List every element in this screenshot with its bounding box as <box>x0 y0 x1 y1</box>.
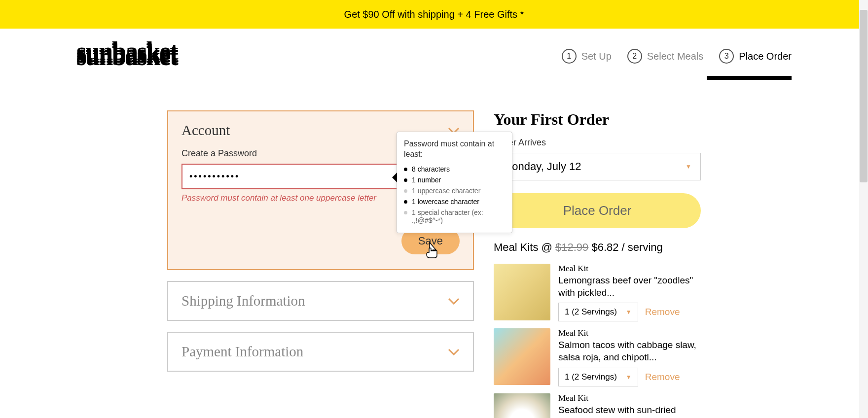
rule-uppercase: 1 uppercase character <box>404 185 474 196</box>
scrollbar-thumb[interactable] <box>860 10 868 182</box>
meal-name: Lemongrass beef over "zoodles" with pick… <box>558 275 701 299</box>
password-rules-tooltip: Password must contain at least: 8 charac… <box>397 132 474 233</box>
step-label: Select Meals <box>647 51 704 62</box>
step-number: 3 <box>719 49 734 64</box>
rule-number: 1 number <box>404 174 474 185</box>
meal-item: Meal Kit Salmon tacos with cabbage slaw,… <box>494 328 701 386</box>
caret-down-icon: ▼ <box>626 309 632 315</box>
step-label: Set Up <box>581 51 612 62</box>
tooltip-title: Password must contain at least: <box>404 139 474 160</box>
order-arrives-label: Order Arrives <box>494 138 701 148</box>
order-summary: Your First Order Order Arrives Monday, J… <box>494 110 701 418</box>
meal-image <box>494 264 550 320</box>
svg-text:sunbasket: sunbasket <box>76 40 179 68</box>
account-panel: Account Create a Password Password must … <box>167 110 474 270</box>
shipping-panel[interactable]: Shipping Information <box>167 281 474 321</box>
tooltip-rules-list: 8 characters 1 number 1 uppercase charac… <box>404 164 474 226</box>
step-number: 2 <box>627 49 642 64</box>
selected-date: Monday, July 12 <box>503 160 581 173</box>
meal-image <box>494 393 550 418</box>
checkout-panels: Account Create a Password Password must … <box>167 110 474 418</box>
promo-banner[interactable]: Get $90 Off with shipping + 4 Free Gifts… <box>0 0 868 29</box>
step-place-order[interactable]: 3 Place Order <box>719 49 792 64</box>
caret-down-icon: ▼ <box>686 163 691 170</box>
price-line: Meal Kits @ $12.99 $6.82 / serving <box>494 241 701 254</box>
step-label: Place Order <box>739 51 792 62</box>
panel-title: Shipping Information <box>181 293 305 309</box>
meal-tag: Meal Kit <box>558 264 701 274</box>
step-number: 1 <box>562 49 577 64</box>
step-setup[interactable]: 1 Set Up <box>562 49 612 64</box>
scrollbar-track[interactable] <box>859 0 868 418</box>
order-title: Your First Order <box>494 110 701 129</box>
brand-logo[interactable]: sunbasketsunbasket <box>76 39 219 74</box>
chevron-down-icon[interactable] <box>448 294 460 308</box>
remove-meal-link[interactable]: Remove <box>645 372 680 383</box>
meal-name: Salmon tacos with cabbage slaw, salsa ro… <box>558 339 701 363</box>
main-content: Account Create a Password Password must … <box>0 76 868 418</box>
old-price: $12.99 <box>555 241 588 253</box>
meal-item: Meal Kit Lemongrass beef over "zoodles" … <box>494 264 701 321</box>
active-step-indicator <box>707 76 792 80</box>
servings-select[interactable]: 1 (2 Servings)▼ <box>558 368 638 386</box>
header: sunbasketsunbasket 1 Set Up 2 Select Mea… <box>0 29 868 76</box>
meal-image <box>494 328 550 385</box>
rule-special: 1 special character (ex: .,!@#$^-*) <box>404 207 474 226</box>
rule-lowercase: 1 lowercase character <box>404 196 474 207</box>
meal-tag: Meal Kit <box>558 393 701 403</box>
rule-chars: 8 characters <box>404 164 474 174</box>
meal-name: Seafood stew with sun-dried tomatoes, sp… <box>558 404 701 418</box>
place-order-button[interactable]: Place Order <box>494 193 701 228</box>
new-price: $6.82 / serving <box>588 241 662 253</box>
chevron-down-icon[interactable] <box>448 345 460 358</box>
step-select-meals[interactable]: 2 Select Meals <box>627 49 704 64</box>
panel-title: Account <box>181 122 230 139</box>
meal-item: Meal Kit Seafood stew with sun-dried tom… <box>494 393 701 418</box>
servings-select[interactable]: 1 (2 Servings)▼ <box>558 303 638 321</box>
delivery-date-select[interactable]: Monday, July 12 ▼ <box>494 153 701 180</box>
meal-tag: Meal Kit <box>558 328 701 338</box>
remove-meal-link[interactable]: Remove <box>645 307 680 317</box>
payment-panel[interactable]: Payment Information <box>167 332 474 372</box>
caret-down-icon: ▼ <box>626 374 632 381</box>
panel-title: Payment Information <box>181 344 303 360</box>
checkout-steps: 1 Set Up 2 Select Meals 3 Place Order <box>562 49 792 64</box>
